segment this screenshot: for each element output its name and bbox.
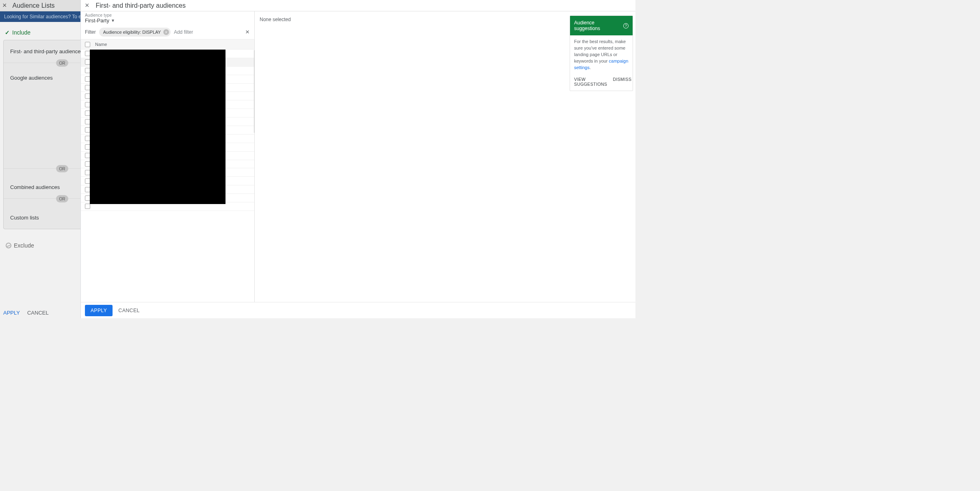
modal-header: × First- and third-party audiences: [81, 0, 635, 11]
filter-chip-text: Audience eligibility: DISPLAY: [103, 30, 161, 35]
selected-column: None selected CLEAR ALL Audience suggest…: [255, 11, 635, 302]
row-label: Google audiences: [10, 75, 53, 81]
modal-footer: APPLY CANCEL: [81, 302, 635, 318]
clear-filter-icon[interactable]: ×: [245, 28, 250, 36]
include-label: Include: [12, 29, 30, 36]
redacted-overlay: [90, 50, 225, 204]
audience-suggestions-card: Audience suggestions ? For the best resu…: [570, 15, 633, 91]
selected-none-label: None selected: [260, 17, 291, 22]
suggestions-header: Audience suggestions ?: [570, 16, 633, 35]
background-cancel: CANCEL: [27, 310, 49, 316]
audience-type-dropdown[interactable]: First-Party ▼: [81, 17, 254, 26]
exclude-icon: [6, 243, 11, 248]
check-icon: ✓: [5, 29, 10, 36]
background-footer-actions: APPLY CANCEL: [3, 310, 49, 316]
close-icon: ×: [2, 1, 7, 10]
audience-list-column: Audience type First-Party ▼ Filter Audie…: [81, 11, 255, 302]
or-chip: OR: [56, 165, 68, 172]
or-chip: OR: [56, 195, 68, 202]
cancel-button[interactable]: CANCEL: [118, 308, 140, 313]
audience-type-label: Audience type: [81, 13, 254, 17]
audience-type-value: First-Party: [85, 17, 109, 24]
select-all-checkbox[interactable]: [85, 42, 90, 47]
dismiss-button[interactable]: DISMISS: [613, 77, 631, 87]
add-filter-button[interactable]: Add filter: [174, 29, 193, 35]
scrollbar[interactable]: [254, 50, 254, 133]
row-checkbox[interactable]: [85, 204, 90, 209]
row-label: Combined audiences: [10, 184, 60, 190]
apply-button[interactable]: APPLY: [85, 305, 113, 316]
audience-picker-modal: × First- and third-party audiences Audie…: [80, 0, 635, 318]
suggestions-body: For the best results, make sure you've e…: [570, 35, 633, 74]
modal-title: First- and third-party audiences: [96, 2, 186, 9]
chevron-down-icon: ▼: [111, 18, 115, 23]
suggestions-title: Audience suggestions: [574, 20, 621, 31]
help-icon[interactable]: ?: [623, 23, 629, 28]
column-header-name: Name: [95, 42, 107, 47]
background-apply: APPLY: [3, 310, 20, 316]
filter-chip-eligibility[interactable]: Audience eligibility: DISPLAY ×: [99, 28, 171, 37]
remove-chip-icon[interactable]: ×: [163, 29, 169, 35]
audience-rows[interactable]: [81, 50, 254, 302]
list-column-header: Name: [81, 39, 254, 50]
filter-row: Filter Audience eligibility: DISPLAY × A…: [81, 26, 254, 39]
background-page-title: Audience Lists: [13, 2, 55, 9]
or-chip: OR: [56, 59, 68, 67]
row-label: Custom lists: [10, 215, 39, 221]
close-icon[interactable]: ×: [85, 1, 89, 10]
view-suggestions-button[interactable]: VIEW SUGGESTIONS: [574, 77, 607, 87]
filter-label: Filter: [85, 29, 96, 35]
row-label: First- and third-party audiences: [10, 48, 83, 54]
suggestions-body-suffix: .: [590, 65, 591, 70]
exclude-label: Exclude: [14, 242, 34, 249]
